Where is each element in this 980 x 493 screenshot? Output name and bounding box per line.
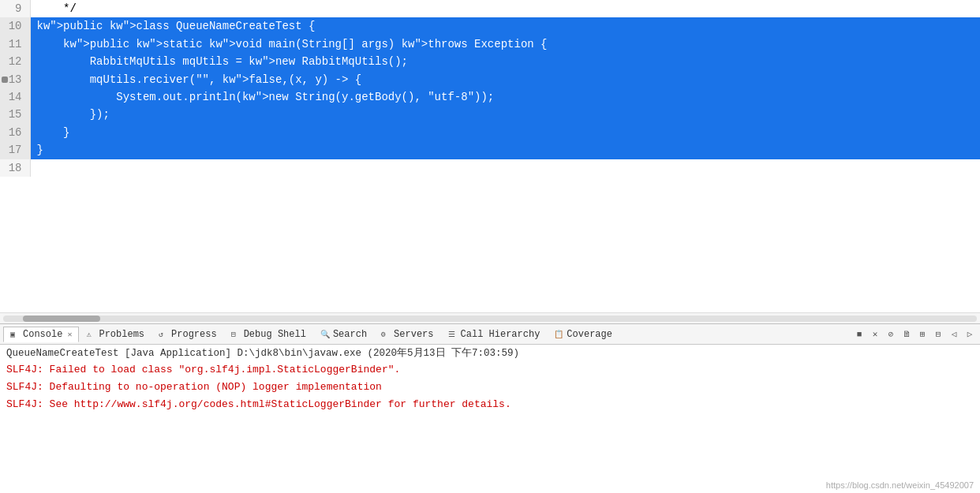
call-hierarchy-icon: ☰ [448, 330, 458, 339]
scrollbar-thumb[interactable] [23, 316, 101, 322]
line-number: 18 [0, 159, 30, 177]
next-button[interactable]: ▷ [963, 327, 977, 342]
tab-close-console[interactable]: ✕ [67, 330, 72, 339]
tab-label-console: Console [23, 329, 62, 340]
tab-label-call-hierarchy: Call Hierarchy [461, 329, 540, 340]
code-table: 9 */10kw">public kw">class QueueNameCrea… [0, 0, 980, 177]
tab-problems[interactable]: ⚠Problems [79, 327, 151, 342]
tab-progress[interactable]: ↺Progress [151, 327, 224, 342]
code-line: } [30, 124, 980, 141]
debug-shell-icon: ⊟ [231, 330, 241, 339]
line-number: 11 [0, 35, 30, 53]
problems-icon: ⚠ [86, 330, 95, 339]
collapse-button[interactable]: ⊟ [931, 327, 945, 342]
tab-bar: ▣Console✕⚠Problems↺Progress⊟Debug Shell🔍… [0, 324, 980, 345]
watermark: https://blog.csdn.net/weixin_45492007 [826, 480, 974, 490]
tab-search[interactable]: 🔍Search [313, 327, 374, 342]
tab-label-servers: Servers [394, 329, 433, 340]
code-line: }); [30, 106, 980, 123]
scrollbar-track[interactable] [3, 316, 977, 322]
error-line: SLF4J: See http://www.slf4j.org/codes.ht… [6, 396, 974, 413]
line-number: 10 [0, 17, 30, 35]
line-number: 16 [0, 124, 30, 141]
close-button[interactable]: ✕ [868, 327, 882, 342]
console-icon: ▣ [10, 330, 20, 339]
tab-label-debug-shell: Debug Shell [244, 329, 306, 340]
horizontal-scrollbar[interactable] [0, 312, 980, 323]
servers-icon: ⚙ [381, 330, 391, 339]
stop-button[interactable]: ■ [852, 327, 866, 342]
coverage-icon: 📋 [554, 330, 563, 339]
console-panel: ▣Console✕⚠Problems↺Progress⊟Debug Shell🔍… [0, 323, 980, 493]
error-line: SLF4J: Failed to load class "org.slf4j.i… [6, 361, 974, 379]
tab-debug-shell[interactable]: ⊟Debug Shell [224, 327, 313, 342]
code-line: System.out.println(kw">new String(y.getB… [30, 88, 980, 106]
tab-coverage[interactable]: 📋Coverage [547, 327, 619, 342]
line-number: 9 [0, 0, 30, 17]
tab-label-problems: Problems [99, 329, 144, 340]
tab-label-search: Search [333, 329, 367, 340]
line-number: 12 [0, 53, 30, 70]
code-line: RabbitMqUtils mqUtils = kw">new RabbitMq… [30, 53, 980, 70]
code-content[interactable]: 9 */10kw">public kw">class QueueNameCrea… [0, 0, 980, 312]
progress-icon: ↺ [159, 330, 168, 339]
tab-console[interactable]: ▣Console✕ [3, 327, 79, 342]
save-button[interactable]: 🗎 [900, 327, 914, 342]
tab-label-coverage: Coverage [567, 329, 612, 340]
prev-button[interactable]: ◁ [947, 327, 961, 342]
console-output[interactable]: QueueNameCreateTest [Java Application] D… [0, 345, 980, 493]
tab-servers[interactable]: ⚙Servers [374, 327, 440, 342]
line-number: 13 [0, 71, 30, 88]
code-line: kw">public kw">static kw">void main(Stri… [30, 35, 980, 53]
expand-button[interactable]: ⊞ [915, 327, 930, 342]
line-number: 17 [0, 141, 30, 159]
console-toolbar: ■✕⊘🗎⊞⊟◁▷ [852, 327, 977, 342]
search-icon: 🔍 [320, 330, 330, 339]
disconnect-button[interactable]: ⊘ [884, 327, 898, 342]
code-line [30, 159, 980, 177]
line-number: 14 [0, 88, 30, 106]
code-line: */ [30, 0, 980, 17]
tab-call-hierarchy[interactable]: ☰Call Hierarchy [441, 327, 548, 342]
tab-label-progress: Progress [171, 329, 217, 340]
code-line: } [30, 141, 980, 159]
code-line: mqUtils.reciver("", kw">false,(x, y) -> … [30, 71, 980, 88]
error-line: SLF4J: Defaulting to no-operation (NOP) … [6, 379, 974, 396]
code-line: kw">public kw">class QueueNameCreateTest… [30, 17, 980, 35]
line-number: 15 [0, 106, 30, 123]
app-info-line: QueueNameCreateTest [Java Application] D… [6, 346, 974, 360]
code-editor: 9 */10kw">public kw">class QueueNameCrea… [0, 0, 980, 323]
